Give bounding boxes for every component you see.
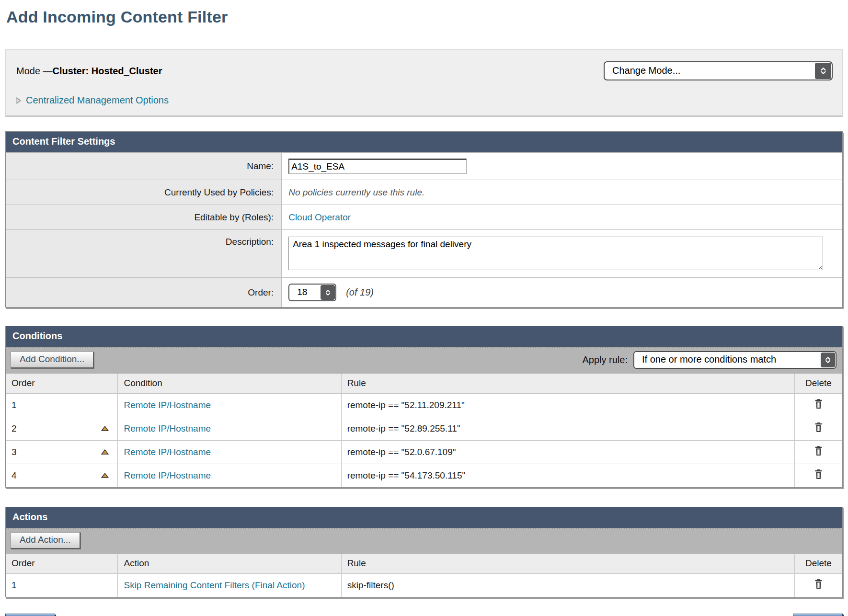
mode-label: Mode — bbox=[16, 66, 53, 76]
conditions-table: Order Condition Rule Delete 1 Remote IP/… bbox=[6, 374, 842, 487]
sort-up-icon[interactable] bbox=[101, 473, 109, 478]
action-order: 1 bbox=[11, 580, 17, 591]
condition-link[interactable]: Remote IP/Hostname bbox=[124, 470, 211, 480]
condition-order: 3 bbox=[11, 447, 17, 457]
chevron-up-down-icon bbox=[321, 285, 335, 300]
order-select[interactable]: 18 bbox=[288, 284, 336, 301]
condition-link[interactable]: Remote IP/Hostname bbox=[124, 400, 211, 410]
description-label: Description: bbox=[6, 230, 282, 277]
change-mode-select[interactable]: Change Mode... bbox=[604, 61, 833, 80]
sort-up-icon[interactable] bbox=[101, 426, 109, 431]
actions-toolbar: Add Action... bbox=[6, 528, 842, 554]
delete-action-button[interactable] bbox=[814, 579, 824, 589]
delete-condition-button[interactable] bbox=[814, 469, 824, 479]
action-row: 1 Skip Remaining Content Filters (Final … bbox=[6, 574, 842, 597]
chevron-up-down-icon bbox=[815, 63, 831, 79]
action-rule: skip-filters() bbox=[347, 580, 394, 590]
sort-up-icon[interactable] bbox=[101, 449, 109, 455]
trash-icon bbox=[814, 450, 824, 457]
mode-cluster-value: Cluster: Hosted_Cluster bbox=[53, 66, 162, 76]
conditions-col-order: Order bbox=[6, 374, 118, 394]
apply-rule-label: Apply rule: bbox=[583, 354, 628, 365]
condition-rule: remote-ip == "52.0.67.109" bbox=[347, 447, 456, 457]
conditions-panel: Conditions Add Condition... Apply rule: … bbox=[5, 326, 843, 488]
apply-rule-selected-value: If one or more conditions match bbox=[634, 354, 820, 366]
actions-panel: Actions Add Action... Order Action Rule … bbox=[5, 507, 843, 597]
delete-condition-button[interactable] bbox=[814, 422, 824, 433]
actions-table: Order Action Rule Delete 1 Skip Remainin… bbox=[6, 554, 842, 597]
conditions-col-delete: Delete bbox=[794, 374, 842, 394]
actions-col-order: Order bbox=[6, 554, 118, 574]
page-title: Add Incoming Content Filter bbox=[6, 8, 848, 26]
policies-value: No policies currently use this rule. bbox=[288, 187, 424, 198]
condition-row: 1 Remote IP/Hostname remote-ip == "52.11… bbox=[6, 394, 842, 417]
conditions-toolbar: Add Condition... Apply rule: If one or m… bbox=[6, 347, 842, 374]
actions-col-delete: Delete bbox=[794, 554, 842, 574]
trash-icon bbox=[814, 474, 824, 481]
add-action-button[interactable]: Add Action... bbox=[11, 532, 80, 549]
change-mode-selected-value: Change Mode... bbox=[605, 65, 814, 77]
add-condition-button[interactable]: Add Condition... bbox=[11, 352, 94, 368]
trash-icon bbox=[814, 427, 824, 434]
editable-by-roles-label: Editable by (Roles): bbox=[6, 205, 282, 229]
condition-order: 2 bbox=[11, 423, 17, 434]
chevron-up-down-icon bbox=[821, 353, 835, 367]
cloud-operator-link[interactable]: Cloud Operator bbox=[288, 212, 351, 223]
submit-button[interactable]: Submit bbox=[793, 614, 843, 616]
condition-link[interactable]: Remote IP/Hostname bbox=[124, 423, 211, 433]
name-input[interactable] bbox=[288, 159, 467, 174]
actions-col-rule: Rule bbox=[341, 554, 794, 574]
order-total-text: (of 19) bbox=[346, 287, 374, 298]
condition-row: 3 Remote IP/Hostname remote-ip == "52.0.… bbox=[6, 441, 842, 464]
mode-text: Mode —Cluster: Hosted_Cluster bbox=[16, 66, 162, 77]
content-filter-settings-header: Content Filter Settings bbox=[6, 132, 842, 152]
centralized-management-options-link[interactable]: Centralized Management Options bbox=[26, 95, 169, 106]
delete-condition-button[interactable] bbox=[814, 445, 824, 456]
trash-icon bbox=[814, 583, 824, 591]
condition-row: 4 Remote IP/Hostname remote-ip == "54.17… bbox=[6, 464, 842, 488]
condition-link[interactable]: Remote IP/Hostname bbox=[124, 447, 211, 457]
conditions-col-rule: Rule bbox=[341, 374, 794, 394]
condition-rule: remote-ip == "54.173.50.115" bbox=[347, 470, 466, 480]
mode-panel: Mode —Cluster: Hosted_Cluster Change Mod… bbox=[5, 49, 843, 117]
condition-rule: remote-ip == "52.11.209.211" bbox=[347, 400, 465, 410]
name-label: Name: bbox=[6, 153, 282, 180]
condition-rule: remote-ip == "52.89.255.11" bbox=[347, 423, 460, 433]
action-link[interactable]: Skip Remaining Content Filters (Final Ac… bbox=[124, 579, 305, 592]
conditions-col-condition: Condition bbox=[118, 374, 341, 394]
condition-order: 4 bbox=[11, 470, 17, 481]
currently-used-by-policies-label: Currently Used by Policies: bbox=[6, 180, 282, 205]
footer-actions: Cancel Submit bbox=[5, 614, 843, 616]
delete-condition-button[interactable] bbox=[814, 399, 824, 409]
condition-order: 1 bbox=[11, 400, 17, 411]
disclosure-triangle-icon[interactable] bbox=[16, 97, 21, 104]
condition-row: 2 Remote IP/Hostname remote-ip == "52.89… bbox=[6, 417, 842, 441]
apply-rule-select[interactable]: If one or more conditions match bbox=[633, 351, 837, 369]
conditions-header: Conditions bbox=[6, 326, 842, 347]
order-selected-value: 18 bbox=[289, 287, 320, 298]
order-label: Order: bbox=[6, 278, 282, 307]
content-filter-settings-panel: Content Filter Settings Name: Currently … bbox=[5, 131, 843, 308]
cancel-button[interactable]: Cancel bbox=[5, 614, 55, 616]
actions-col-action: Action bbox=[118, 554, 341, 574]
description-textarea[interactable]: Area 1 inspected messages for final deli… bbox=[288, 237, 823, 270]
trash-icon bbox=[814, 403, 824, 411]
actions-header: Actions bbox=[6, 507, 842, 528]
